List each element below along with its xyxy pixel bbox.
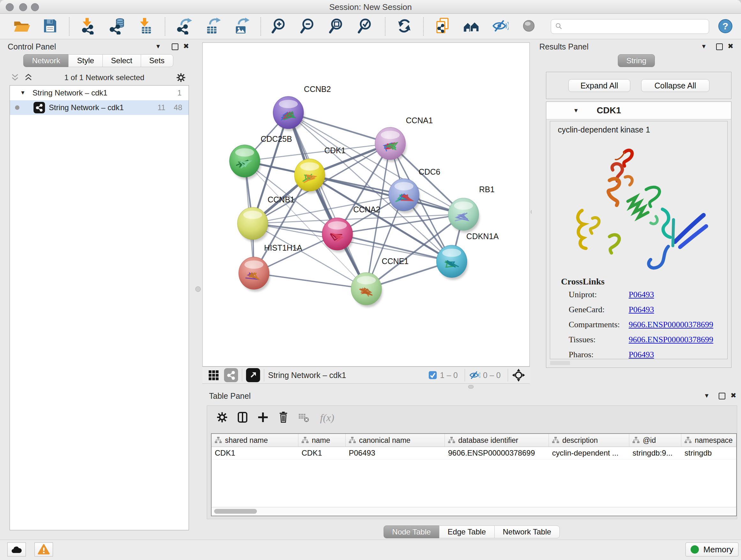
node-CCNE1[interactable]: CCNE1	[351, 257, 408, 307]
import-table-button[interactable]	[137, 17, 155, 36]
collection-disclosure-icon[interactable]: ▼	[20, 90, 25, 96]
column-header-description[interactable]: description	[549, 434, 629, 447]
crosslink-value-link[interactable]: 9606.ENSP00000378699	[629, 335, 713, 345]
table-cell[interactable]: cyclin-dependent ...	[549, 449, 629, 457]
export-image-button[interactable]	[232, 17, 251, 36]
tab-network[interactable]: Network	[23, 54, 69, 67]
network-collection-row[interactable]: ▼ String Network – cdk1 1	[10, 85, 189, 100]
import-network-database-button[interactable]	[108, 17, 126, 36]
tab-node-table[interactable]: Node Table	[384, 525, 440, 538]
table-cell[interactable]: 9606.ENSP00000378699	[445, 449, 549, 457]
network-row[interactable]: String Network – cdk1 11 48	[10, 100, 189, 115]
column-header-shared-name[interactable]: shared name	[212, 434, 298, 447]
table-options-gear-button[interactable]	[215, 410, 229, 425]
table-hscroll-thumb[interactable]	[214, 509, 257, 514]
column-header-name[interactable]: name	[298, 434, 346, 447]
edge-CCNB2-CCNE1[interactable]	[288, 113, 366, 289]
node-CCNA1[interactable]: CCNA1	[375, 116, 433, 162]
column-header-database-identifier[interactable]: database identifier	[445, 434, 549, 447]
node-table[interactable]: shared namenamecanonical namedatabase id…	[211, 433, 737, 516]
table-cell[interactable]: stringdb	[681, 449, 737, 457]
expand-all-button[interactable]: Expand All	[568, 79, 630, 92]
help-button[interactable]	[718, 18, 733, 35]
automation-cloud-button[interactable]	[7, 543, 26, 557]
tab-style[interactable]: Style	[68, 54, 103, 67]
crosslink-value-link[interactable]: P06493	[629, 290, 654, 300]
zoom-out-button[interactable]	[300, 17, 318, 36]
refresh-button[interactable]	[395, 17, 413, 36]
network-overview-button[interactable]	[224, 368, 238, 382]
tab-edge-table[interactable]: Edge Table	[439, 525, 495, 538]
node-HIST1H1A[interactable]: HIST1H1A	[239, 243, 302, 292]
node-CCNB1[interactable]: CCNB1	[238, 195, 294, 242]
tab-network-table[interactable]: Network Table	[494, 525, 560, 538]
detach-view-button[interactable]	[246, 368, 260, 382]
column-header--id[interactable]: @id	[629, 434, 681, 447]
gene-disclosure-icon[interactable]: ▼	[573, 107, 579, 114]
left-splitter-grip[interactable]	[195, 287, 201, 292]
node-CDC25B[interactable]: CDC25B	[229, 134, 292, 179]
network-canvas[interactable]: CCNB2CCNA1CDC25BCDK1CDC6RB1CCNB1CCNA2CDK…	[202, 43, 530, 367]
bottom-splitter-grip[interactable]	[468, 385, 474, 388]
memory-button[interactable]: Memory	[685, 543, 738, 557]
collapse-all-networks-icon[interactable]	[10, 73, 20, 82]
table-panel-float-icon[interactable]	[719, 393, 725, 399]
fit-selected-crosshair-icon[interactable]	[512, 368, 525, 382]
control-panel-float-icon[interactable]	[172, 44, 179, 50]
delete-column-button[interactable]	[276, 410, 291, 425]
save-session-button[interactable]	[41, 17, 59, 36]
show-panel-button[interactable]	[520, 17, 538, 36]
network-options-gear-icon[interactable]	[176, 72, 186, 83]
hidden-items-eye-slash-icon[interactable]	[469, 369, 480, 381]
results-panel-collapse-icon[interactable]: ▾	[702, 43, 705, 50]
function-builder-icon[interactable]: f(x)	[320, 412, 334, 424]
crosslink-value-link[interactable]: 9606.ENSP00000378699	[629, 320, 713, 329]
results-panel-close-icon[interactable]: ✖	[728, 43, 733, 50]
create-column-button[interactable]	[256, 410, 270, 425]
show-columns-button[interactable]	[235, 410, 250, 425]
control-panel-collapse-icon[interactable]: ▾	[156, 43, 160, 50]
table-panel-collapse-icon[interactable]: ▾	[705, 392, 709, 399]
zoom-in-button[interactable]	[271, 17, 289, 36]
open-file-button[interactable]	[12, 17, 30, 36]
collapse-all-button[interactable]: Collapse All	[641, 79, 710, 92]
tab-sets[interactable]: Sets	[141, 54, 173, 67]
table-cell[interactable]: CDK1	[212, 449, 298, 457]
zoom-selected-button[interactable]	[357, 17, 375, 36]
column-header-canonical-name[interactable]: canonical name	[346, 434, 445, 447]
hide-panel-button[interactable]	[491, 17, 509, 36]
table-cell[interactable]: stringdb:9...	[629, 449, 681, 457]
expand-all-networks-icon[interactable]	[23, 73, 33, 82]
export-network-button[interactable]	[175, 17, 193, 36]
tab-select[interactable]: Select	[103, 54, 141, 67]
import-table-disabled-button[interactable]	[296, 410, 311, 425]
duplicate-network-button[interactable]	[434, 17, 452, 36]
warnings-button[interactable]	[35, 543, 53, 557]
table-cell[interactable]: CDK1	[298, 449, 346, 457]
export-table-button[interactable]	[204, 17, 222, 36]
selected-items-checkbox-icon[interactable]	[428, 370, 437, 380]
node-RB1[interactable]: RB1	[448, 185, 494, 233]
table-hscrollbar[interactable]	[212, 507, 736, 516]
import-network-button[interactable]	[79, 17, 97, 36]
search-box[interactable]	[551, 19, 709, 34]
table-cell[interactable]: P06493	[346, 449, 445, 457]
table-row[interactable]: CDK1CDK1P064939606.ENSP00000378699cyclin…	[212, 447, 736, 459]
control-panel-close-icon[interactable]: ✖	[183, 43, 189, 50]
results-hscroll-thumb[interactable]	[550, 361, 570, 365]
results-panel-float-icon[interactable]	[716, 44, 723, 50]
crosslink-value-link[interactable]: P06493	[629, 305, 654, 314]
gene-section-header[interactable]: ▼ CDK1	[546, 102, 731, 119]
search-input[interactable]	[564, 20, 709, 33]
birds-eye-view-button[interactable]	[207, 369, 219, 381]
zoom-fit-button[interactable]	[328, 17, 346, 36]
network-graph[interactable]: CCNB2CCNA1CDC25BCDK1CDC6RB1CCNB1CCNA2CDK…	[203, 43, 529, 366]
crosslink-value-link[interactable]: P06493	[629, 350, 654, 360]
home-button[interactable]	[462, 17, 480, 36]
edge-HIST1H1A-CCNE1[interactable]	[254, 273, 366, 289]
column-header-namespace[interactable]: namespace	[681, 434, 737, 447]
node-CCNB2[interactable]: CCNB2	[273, 84, 331, 131]
node-CDKN1A[interactable]: CDKN1A	[436, 232, 499, 280]
tab-string[interactable]: String	[618, 54, 655, 67]
table-panel-close-icon[interactable]: ✖	[731, 392, 736, 399]
